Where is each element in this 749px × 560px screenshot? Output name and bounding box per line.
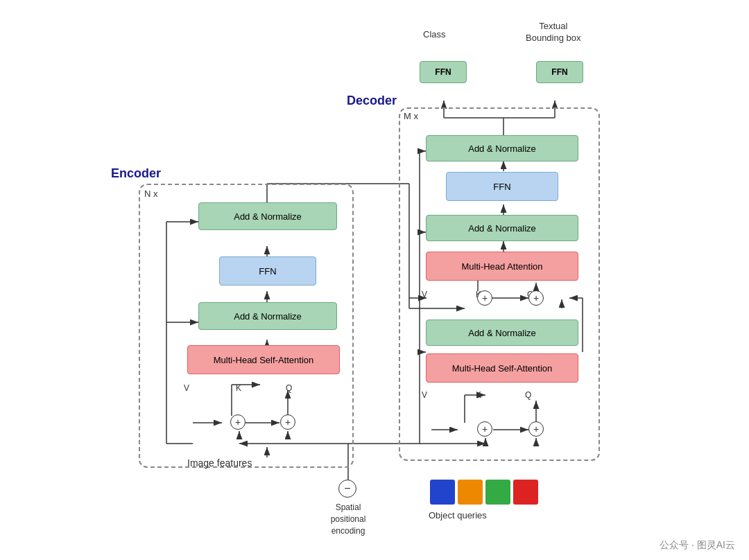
encoder-q-label: Q [286, 383, 292, 393]
decoder-v2-label: V [422, 390, 427, 400]
encoder-ffn-box: FFN [219, 256, 316, 286]
arrows-svg [0, 0, 749, 560]
spatial-circle: − [338, 480, 356, 498]
encoder-k-label: K [236, 383, 241, 393]
decoder-add-norm-3: Add & Normalize [426, 320, 578, 346]
color-blue [430, 480, 455, 505]
object-queries-label: Object queries [429, 510, 487, 520]
class-label: Class [423, 29, 446, 40]
decoder-label: Decoder [347, 94, 397, 108]
decoder-v-label: V [422, 290, 427, 299]
mx-label: M x [404, 111, 418, 121]
encoder-plus-right: + [280, 414, 295, 430]
encoder-mhsa-box: Multi-Head Self-Attention [187, 345, 340, 374]
spatial-label: Spatialpositionalencoding [320, 502, 376, 536]
decoder-self-plus-right: + [528, 421, 544, 437]
decoder-ffn-box: FFN [446, 172, 558, 201]
decoder-mha-box: Multi-Head Attention [426, 252, 578, 281]
encoder-plus-left: + [230, 414, 246, 430]
ffn2-box: FFN [536, 61, 583, 83]
color-green [485, 480, 510, 505]
decoder-k2-label: K [476, 390, 481, 400]
decoder-add-norm-2: Add & Normalize [426, 215, 578, 241]
diagram: Class TextualBounding box FFN FFN Decode… [0, 0, 749, 560]
color-orange [458, 480, 483, 505]
encoder-add-norm-2: Add & Normalize [198, 302, 337, 330]
bbox-label: TextualBounding box [526, 21, 581, 44]
ffn1-box: FFN [420, 61, 467, 83]
main-container: Class TextualBounding box FFN FFN Decode… [0, 0, 749, 560]
decoder-mhsa-box: Multi-Head Self-Attention [426, 353, 578, 383]
decoder-cross-plus-right: + [528, 290, 544, 306]
decoder-cross-plus-left: + [477, 290, 492, 306]
object-queries-colors [430, 480, 538, 505]
encoder-add-norm-1: Add & Normalize [198, 202, 337, 230]
color-red [513, 480, 538, 505]
decoder-q2-label: Q [525, 390, 531, 400]
watermark: 公众号 · 图灵AI云 [660, 539, 735, 552]
decoder-self-plus-left: + [477, 421, 492, 437]
encoder-v-label: V [184, 383, 189, 393]
decoder-add-norm-top: Add & Normalize [426, 135, 578, 161]
image-features-label: Image features [187, 457, 252, 469]
encoder-label: Encoder [111, 166, 161, 181]
nx-label: N x [144, 189, 158, 199]
